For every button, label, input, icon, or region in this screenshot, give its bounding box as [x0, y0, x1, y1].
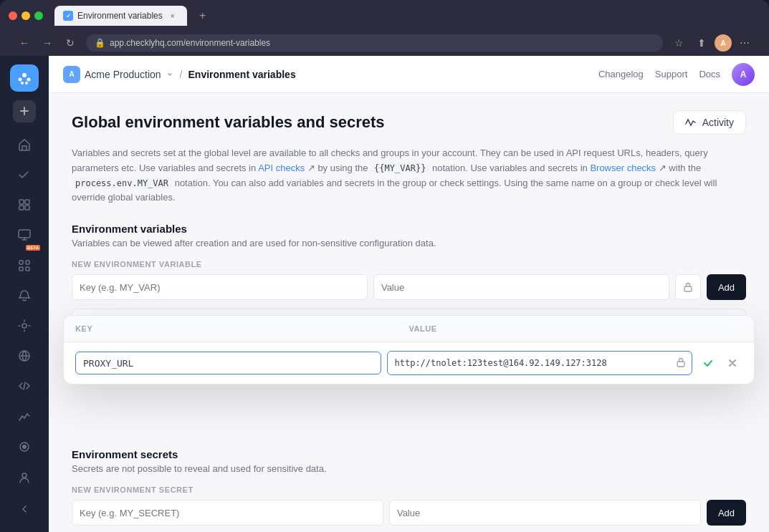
screenshot-button[interactable]: ⬆	[692, 33, 712, 53]
svg-point-1	[19, 78, 22, 82]
new-env-variable-row: Add	[72, 274, 746, 300]
sidebar-item-code[interactable]	[10, 372, 39, 400]
env-variables-title: Environment variables	[72, 223, 746, 235]
close-traffic-light[interactable]	[9, 11, 17, 20]
svg-rect-20	[677, 362, 684, 367]
support-link[interactable]: Support	[655, 69, 688, 79]
sidebar-item-account[interactable]	[10, 463, 39, 492]
edit-value-header: VALUE	[409, 324, 743, 333]
app-container: A Acme Production / Environment variable…	[0, 56, 769, 532]
svg-rect-6	[25, 200, 29, 204]
minimize-traffic-light[interactable]	[22, 11, 30, 20]
top-header: A Acme Production / Environment variable…	[49, 56, 769, 93]
breadcrumb-current: Environment variables	[188, 69, 296, 80]
add-variable-button[interactable]: Add	[707, 274, 746, 300]
new-secret-value-input[interactable]	[389, 500, 701, 526]
tab-bar: ✓ Environment variables × +	[9, 6, 760, 26]
confirm-edit-button[interactable]	[698, 353, 718, 373]
process-env-code: process.env.MY_VAR	[72, 178, 172, 189]
api-checks-link[interactable]: API checks	[258, 163, 305, 173]
back-button[interactable]: ←	[14, 33, 34, 53]
edit-value-input[interactable]	[388, 352, 671, 374]
sidebar-collapse-button[interactable]	[10, 495, 39, 523]
menu-button[interactable]: ⋯	[735, 33, 755, 53]
profile-avatar[interactable]: A	[715, 34, 732, 52]
svg-point-4	[25, 82, 28, 84]
sidebar-item-integrations[interactable]	[10, 252, 39, 279]
sidebar-item-reports[interactable]	[10, 403, 39, 430]
new-env-secret-label: NEW ENVIRONMENT SECRET	[72, 485, 746, 494]
sidebar-item-alerts[interactable]	[10, 282, 39, 309]
tab-title: Environment variables	[77, 11, 163, 21]
sidebar-item-checks[interactable]	[10, 161, 39, 188]
breadcrumb-org[interactable]: A Acme Production	[63, 66, 174, 83]
new-env-secret-row: Add	[72, 500, 746, 526]
sidebar-add-button[interactable]	[13, 100, 36, 122]
env-variables-subtitle: Variables can be viewed after creation a…	[72, 238, 746, 248]
svg-rect-13	[26, 267, 29, 271]
add-secret-button[interactable]: Add	[707, 500, 746, 526]
activity-btn-label: Activity	[702, 117, 734, 128]
sidebar-item-locations[interactable]	[10, 342, 39, 369]
forward-button[interactable]: →	[37, 33, 57, 53]
changelog-link[interactable]: Changelog	[598, 69, 644, 79]
edit-key-header: KEY	[75, 324, 409, 333]
new-env-var-label: NEW ENVIRONMENT VARIABLE	[72, 260, 746, 269]
sidebar-item-insights[interactable]	[10, 312, 39, 339]
browser-actions: ☆ ⬆ A ⋯	[669, 33, 755, 53]
sidebar	[0, 56, 49, 532]
new-variable-value-input[interactable]	[373, 274, 669, 300]
new-tab-button[interactable]: +	[193, 6, 213, 26]
svg-rect-11	[26, 261, 29, 264]
nav-buttons: ← → ↻	[14, 33, 80, 53]
activity-button[interactable]: Activity	[673, 110, 746, 135]
sidebar-item-environments[interactable]	[10, 433, 39, 460]
browser-chrome: ✓ Environment variables × + ← → ↻ 🔒 app.…	[0, 0, 769, 56]
svg-rect-7	[19, 205, 24, 210]
org-avatar: A	[63, 66, 80, 83]
edit-value-wrapper	[387, 351, 693, 375]
svg-rect-12	[19, 267, 23, 271]
svg-rect-5	[19, 200, 24, 204]
cancel-edit-button[interactable]	[722, 353, 742, 373]
active-tab[interactable]: ✓ Environment variables ×	[54, 6, 187, 26]
svg-rect-19	[684, 286, 692, 291]
edit-key-input[interactable]	[75, 352, 381, 374]
sidebar-bottom	[10, 463, 39, 523]
svg-rect-10	[19, 261, 23, 264]
env-secrets-title: Environment secrets	[72, 448, 746, 460]
svg-point-0	[22, 73, 27, 77]
my-var-code: {{MY_VAR}}	[371, 163, 429, 174]
sidebar-item-dashboards[interactable]	[10, 191, 39, 218]
new-variable-key-input[interactable]	[72, 274, 368, 300]
reload-button[interactable]: ↻	[60, 33, 80, 53]
page-description: Variables and secrets set at the global …	[72, 146, 746, 205]
bookmark-button[interactable]: ☆	[669, 33, 689, 53]
svg-point-2	[27, 78, 31, 82]
maximize-traffic-light[interactable]	[34, 11, 43, 20]
header-actions: Changelog Support Docs A	[598, 63, 755, 86]
page-title-row: Global environment variables and secrets…	[72, 110, 746, 135]
page-title: Global environment variables and secrets	[72, 113, 385, 132]
browser-checks-link[interactable]: Browser checks	[590, 163, 656, 173]
docs-link[interactable]: Docs	[699, 69, 720, 79]
url-text: app.checklyhq.com/environment-variables	[110, 38, 654, 48]
sidebar-item-monitors[interactable]	[10, 221, 39, 248]
traffic-lights	[9, 11, 43, 20]
svg-point-14	[22, 324, 27, 328]
new-secret-key-input[interactable]	[72, 500, 383, 526]
user-avatar[interactable]: A	[732, 63, 755, 86]
tab-close-button[interactable]: ×	[167, 10, 178, 21]
url-bar[interactable]: 🔒 app.checklyhq.com/environment-variable…	[86, 34, 663, 52]
breadcrumb: A Acme Production / Environment variable…	[63, 66, 296, 83]
org-name: Acme Production	[85, 69, 161, 80]
svg-rect-9	[19, 230, 30, 238]
sidebar-item-home[interactable]	[10, 131, 39, 158]
edit-modal: KEY VALUE	[63, 315, 755, 385]
svg-rect-8	[25, 205, 29, 210]
svg-point-18	[22, 473, 27, 478]
tab-favicon: ✓	[63, 11, 73, 21]
sidebar-logo	[10, 64, 39, 92]
svg-point-16	[22, 445, 27, 449]
svg-point-3	[21, 82, 24, 84]
